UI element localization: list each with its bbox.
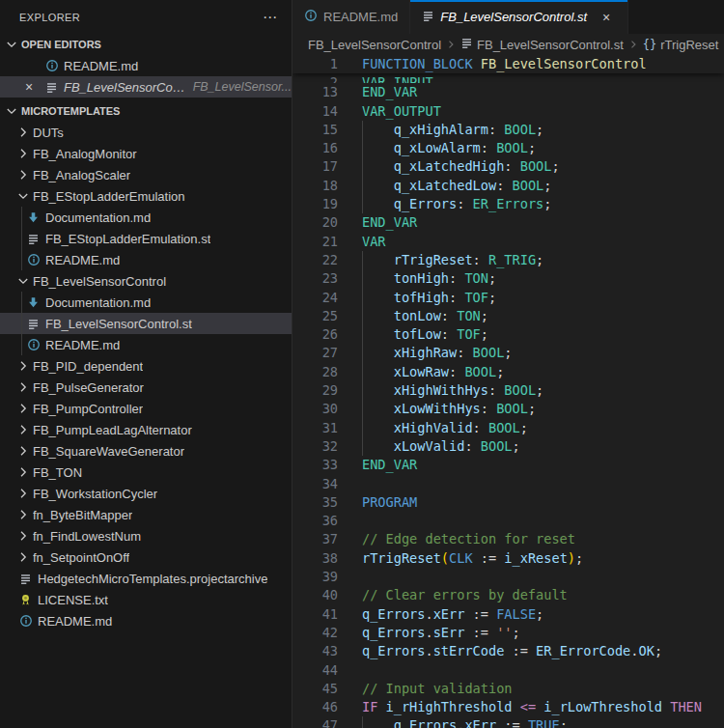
line-text: q_xLowAlarm: BOOL; <box>338 139 536 157</box>
code-line[interactable]: 46IF i_rHighThreshold <= i_rLowThreshold… <box>292 698 724 716</box>
line-text: xLowWithHys: BOOL; <box>338 400 536 418</box>
tree-item-file[interactable]: FB_LevelSensorControl.st <box>0 313 292 334</box>
code-line[interactable]: 2VAR_INPUT <box>292 73 724 83</box>
code-line[interactable]: 24 tofHigh: TOF; <box>292 289 724 307</box>
microtemplates-header[interactable]: MICROTEMPLATES <box>0 100 292 122</box>
code-line[interactable]: 15 q_xHighAlarm: BOOL; <box>292 121 724 139</box>
code-line[interactable]: 31 xHighValid: BOOL; <box>292 419 724 437</box>
code-editor[interactable]: 1FUNCTION_BLOCK FB_LevelSensorControl2VA… <box>292 55 724 728</box>
editor-group: README.mdFB_LevelSensorControl.st× FB_Le… <box>292 0 724 728</box>
code-line[interactable]: 18 q_xLatchedLow: BOOL; <box>292 177 724 195</box>
tree-item-folder[interactable]: FB_LevelSensorControl <box>0 270 292 292</box>
code-line[interactable]: 32 xLowValid: BOOL; <box>292 437 724 456</box>
tree-item-folder[interactable]: FB_AnalogMonitor <box>0 143 292 164</box>
code-line[interactable]: 28 xLowRaw: BOOL; <box>292 363 724 381</box>
line-number: 28 <box>292 363 338 381</box>
code-line[interactable]: 39 <box>292 568 724 586</box>
tree-item-folder[interactable]: fn_ByteBitMapper <box>0 504 292 525</box>
folder-label: FB_WorkstationCycler <box>33 487 157 501</box>
line-text: q_Errors: ER_Errors; <box>338 195 551 213</box>
more-actions-icon[interactable]: ⋯ <box>263 10 278 24</box>
code-line[interactable]: 1FUNCTION_BLOCK FB_LevelSensorControl <box>292 55 724 73</box>
folder-label: FB_TON <box>33 465 82 480</box>
st-icon <box>18 572 33 586</box>
tree-item-folder[interactable]: DUTs <box>0 122 292 143</box>
line-number: 14 <box>292 102 338 121</box>
folder-label: FB_EStopLadderEmulation <box>33 189 185 204</box>
code-line[interactable]: 38rTrigReset(CLK := i_xReset); <box>292 549 724 568</box>
st-icon <box>44 80 59 95</box>
code-line[interactable]: 45// Input validation <box>292 680 724 698</box>
code-line[interactable]: 43q_Errors.stErrCode := ER_ErrorCode.OK; <box>292 642 724 660</box>
tree-item-file[interactable]: README.md <box>0 249 292 270</box>
chevron-right-icon <box>15 379 31 395</box>
code-line[interactable]: 22 rTrigReset: R_TRIG; <box>292 251 724 269</box>
line-text <box>338 512 362 530</box>
code-line[interactable]: 13END_VAR <box>292 83 724 101</box>
code-line[interactable]: 17 q_xLatchedHigh: BOOL; <box>292 157 724 176</box>
indent-guide <box>362 400 363 418</box>
code-line[interactable]: 25 tonLow: TON; <box>292 307 724 325</box>
tree-item-folder[interactable]: FB_WorkstationCycler <box>0 483 292 504</box>
code-line[interactable]: 44 <box>292 661 724 680</box>
close-icon[interactable]: × <box>597 10 616 25</box>
code-line[interactable]: 20END_VAR <box>292 213 724 232</box>
tree-item-folder[interactable]: fn_SetpointOnOff <box>0 546 292 568</box>
file-label: FB_EStopLadderEmulation.st <box>45 232 210 246</box>
code-line[interactable]: 42q_Errors.sErr := ''; <box>292 624 724 642</box>
open-editor-item[interactable]: ×FB_LevelSensorControl.stFB_LevelSensor.… <box>0 76 292 98</box>
code-line[interactable]: 36 <box>292 512 724 530</box>
code-line[interactable]: 21VAR <box>292 233 724 251</box>
tree-item-file[interactable]: FB_EStopLadderEmulation.st <box>0 228 292 249</box>
code-line[interactable]: 47 q_Errors.xErr := TRUE; <box>292 716 724 728</box>
open-editor-item[interactable]: README.md <box>0 55 292 76</box>
tree-item-folder[interactable]: FB_PID_dependent <box>0 355 292 377</box>
tree-item-folder[interactable]: FB_EStopLadderEmulation <box>0 185 292 207</box>
tree-item-file[interactable]: Documentation.md <box>0 292 292 313</box>
breadcrumb-item[interactable]: FB_LevelSensorControl.st <box>460 37 624 52</box>
indent-guide <box>362 325 363 344</box>
code-line[interactable]: 30 xLowWithHys: BOOL; <box>292 400 724 418</box>
tab-README.md[interactable]: README.md <box>292 0 410 34</box>
code-line[interactable]: 33END_VAR <box>292 456 724 474</box>
line-number: 13 <box>292 83 338 101</box>
tree-item-folder[interactable]: FB_TON <box>0 462 292 483</box>
code-line[interactable]: 19 q_Errors: ER_Errors; <box>292 195 724 213</box>
code-line[interactable]: 14VAR_OUTPUT <box>292 102 724 121</box>
breadcrumb-item[interactable]: FB_LevelSensorControl <box>308 38 441 52</box>
code-line[interactable]: 34 <box>292 475 724 493</box>
tree-item-file[interactable]: LICENSE.txt <box>0 589 292 610</box>
tree-item-file[interactable]: README.md <box>0 334 292 355</box>
tab-FB_LevelSensorControl.st[interactable]: FB_LevelSensorControl.st× <box>410 0 628 34</box>
info-icon <box>26 253 41 267</box>
clipped-line[interactable]: 2VAR_INPUT <box>292 73 724 83</box>
line-number: 45 <box>292 680 338 698</box>
close-icon[interactable]: × <box>25 79 44 95</box>
sticky-scroll-line[interactable]: 1FUNCTION_BLOCK FB_LevelSensorControl <box>292 55 724 73</box>
tree-item-folder[interactable]: fn_FindLowestNum <box>0 525 292 546</box>
line-number: 21 <box>292 233 338 251</box>
file-label: README.md <box>45 253 120 267</box>
breadcrumb-item[interactable]: {}rTrigReset <box>643 38 719 52</box>
tree-item-folder[interactable]: FB_AnalogScaler <box>0 164 292 185</box>
code-line[interactable]: 41q_Errors.xErr := FALSE; <box>292 605 724 624</box>
code-line[interactable]: 26 tofLow: TOF; <box>292 325 724 344</box>
tree-item-file[interactable]: HedgetechMicroTemplates.projectarchive <box>0 568 292 589</box>
code-line[interactable]: 23 tonHigh: TON; <box>292 269 724 288</box>
tree-item-folder[interactable]: FB_PulseGenerator <box>0 377 292 398</box>
code-line[interactable]: 37// Edge detection for reset <box>292 530 724 548</box>
code-line[interactable]: 27 xHighRaw: BOOL; <box>292 344 724 362</box>
tree-item-file[interactable]: README.md <box>0 610 292 631</box>
tree-item-file[interactable]: Documentation.md <box>0 207 292 228</box>
tree-item-folder[interactable]: FB_SquareWaveGenerator <box>0 440 292 462</box>
open-editors-header[interactable]: OPEN EDITORS <box>0 34 292 55</box>
line-number: 17 <box>292 157 338 176</box>
code-line[interactable]: 35PROGRAM <box>292 493 724 512</box>
code-line[interactable]: 16 q_xLowAlarm: BOOL; <box>292 139 724 157</box>
tree-item-folder[interactable]: FB_PumpLeadLagAlternator <box>0 419 292 440</box>
code-line[interactable]: 40// Clear errors by default <box>292 586 724 604</box>
code-line[interactable]: 29 xHighWithHys: BOOL; <box>292 381 724 400</box>
tree-item-folder[interactable]: FB_PumpController <box>0 398 292 419</box>
line-number: 29 <box>292 381 338 400</box>
tab-label: FB_LevelSensorControl.st <box>440 10 587 24</box>
